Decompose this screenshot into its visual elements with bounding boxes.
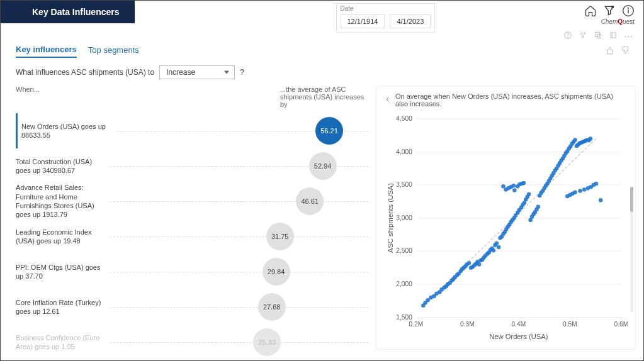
svg-point-138: [501, 184, 506, 189]
focus-icon[interactable]: [594, 31, 602, 42]
influencer-row[interactable]: Total Construction (USA) goes up 340980.…: [16, 148, 368, 184]
home-icon[interactable]: [584, 4, 597, 19]
influencer-label: Leading Economic Index (USA) goes up 19.…: [16, 228, 110, 246]
question-text: What influences ASC shipments (USA) to: [16, 68, 154, 77]
then-header: ...the average of ASC shipments (USA) in…: [280, 86, 368, 108]
influencer-row[interactable]: Advance Retail Sales: Furniture and Home…: [16, 184, 368, 219]
svg-text:ASC shipments (USA): ASC shipments (USA): [387, 183, 394, 253]
svg-point-56: [477, 262, 482, 267]
filter-icon[interactable]: [603, 4, 616, 19]
svg-text:4,000: 4,000: [396, 148, 412, 155]
date-filter[interactable]: Date 12/1/1914 4/1/2023: [336, 3, 436, 33]
svg-point-50: [467, 261, 472, 265]
influencer-row[interactable]: New Orders (USA) goes up 88633.5556.21: [16, 113, 368, 148]
svg-text:0.6M: 0.6M: [614, 321, 628, 328]
svg-point-93: [536, 205, 541, 209]
when-header: When...: [16, 86, 142, 108]
svg-text:2,500: 2,500: [396, 247, 412, 254]
svg-point-65: [492, 248, 496, 253]
brand-logo: ChemQuest: [601, 18, 635, 25]
svg-text:3,000: 3,000: [396, 214, 412, 221]
svg-point-2: [628, 8, 629, 8]
svg-text:2,000: 2,000: [396, 280, 412, 287]
influencer-list: New Orders (USA) goes up 88633.5556.21To…: [16, 113, 368, 361]
influencer-label: Business Confidence (Euro Area) goes up …: [16, 333, 110, 352]
svg-point-131: [573, 190, 577, 194]
tab-top-segments[interactable]: Top segments: [88, 45, 139, 57]
svg-rect-6: [597, 34, 601, 38]
influencer-row[interactable]: Business Confidence (Euro Area) goes up …: [16, 325, 368, 360]
svg-point-87: [527, 192, 531, 197]
svg-point-148: [599, 198, 603, 203]
influencer-value-bubble: 46.61: [296, 187, 324, 215]
svg-text:1,500: 1,500: [396, 314, 412, 321]
influencer-value-bubble: 25.33: [253, 328, 281, 356]
influencer-value-bubble: 29.84: [263, 258, 290, 286]
tab-key-influencers[interactable]: Key influencers: [16, 45, 77, 58]
svg-text:0.3M: 0.3M: [460, 321, 475, 328]
influencer-value-bubble: 56.21: [315, 117, 343, 145]
influencer-row[interactable]: PPI: OEM Ctgs (USA) goes up 37.7029.84: [16, 254, 368, 289]
page-title: Key Data Influencers: [1, 1, 135, 23]
svg-point-127: [589, 136, 593, 141]
chart-title: On average when New Orders (USA) increas…: [395, 92, 628, 108]
svg-text:0.5M: 0.5M: [563, 321, 577, 328]
question-suffix: ?: [240, 68, 244, 77]
svg-rect-5: [596, 32, 600, 36]
svg-point-143: [512, 188, 517, 192]
date-from[interactable]: 12/1/1914: [341, 14, 385, 28]
influencer-label: Advance Retail Sales: Furniture and Home…: [16, 183, 110, 219]
thumbs-down-icon[interactable]: [621, 46, 630, 57]
visual-toolbar: ···: [563, 31, 633, 42]
influencer-value-bubble: 27.68: [258, 293, 286, 321]
filter-small-icon[interactable]: [579, 31, 587, 42]
influencer-row[interactable]: Leading Economic Index (USA) goes up 19.…: [16, 219, 368, 254]
influencer-label: PPI: OEM Ctgs (USA) goes up 37.70: [16, 263, 110, 281]
info-icon[interactable]: [622, 4, 635, 19]
influencer-row[interactable]: Core Inflation Rate (Turkey) goes up 12.…: [16, 289, 368, 325]
svg-point-142: [511, 184, 516, 188]
more-icon[interactable]: ···: [624, 31, 633, 42]
svg-rect-7: [611, 33, 616, 38]
influencer-value-bubble: 52.94: [309, 152, 337, 180]
svg-point-117: [573, 138, 577, 142]
date-label: Date: [341, 5, 431, 12]
thumbs-up-icon[interactable]: [606, 46, 614, 57]
chart-scrollbar[interactable]: [630, 187, 633, 313]
popout-icon[interactable]: [609, 31, 618, 42]
chart-pane: On average when New Orders (USA) increas…: [376, 86, 636, 350]
influencer-label: New Orders (USA) goes up 88633.55: [21, 122, 116, 140]
influencer-value-bubble: 31.75: [266, 223, 294, 250]
svg-point-137: [594, 182, 599, 186]
back-arrow-icon[interactable]: [384, 96, 392, 104]
svg-point-133: [582, 187, 587, 192]
svg-point-147: [522, 181, 526, 186]
scatter-plot[interactable]: 1,5002,0002,5003,0003,5004,0004,5000.2M0…: [384, 111, 628, 344]
svg-text:4,500: 4,500: [396, 115, 412, 122]
svg-point-132: [578, 189, 582, 193]
help-icon[interactable]: [563, 31, 572, 42]
svg-point-68: [497, 245, 501, 250]
svg-text:0.4M: 0.4M: [512, 321, 526, 328]
influencer-label: Total Construction (USA) goes up 340980.…: [16, 157, 110, 175]
svg-text:3,500: 3,500: [396, 181, 412, 188]
influencer-label: Core Inflation Rate (Turkey) goes up 12.…: [16, 298, 110, 316]
svg-point-67: [495, 241, 499, 245]
svg-text:0.2M: 0.2M: [409, 321, 424, 328]
svg-text:New Orders (USA): New Orders (USA): [489, 333, 548, 340]
date-to[interactable]: 4/1/2023: [390, 14, 431, 28]
influencers-pane: When... ...the average of ASC shipments …: [16, 86, 368, 361]
direction-dropdown[interactable]: Increase: [159, 65, 235, 79]
